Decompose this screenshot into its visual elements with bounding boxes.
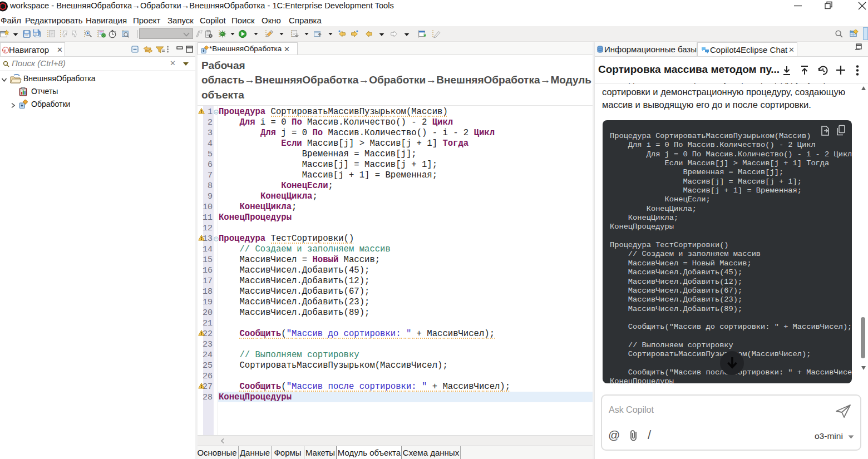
svg-text:e: e <box>4 47 6 53</box>
